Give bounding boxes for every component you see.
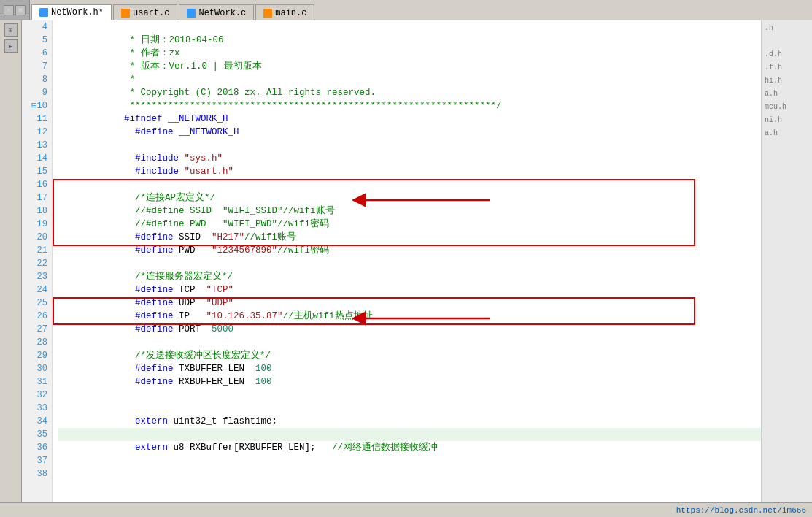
ln-4: 4 — [22, 20, 52, 34]
ln-9: 9 — [22, 86, 52, 99]
code-line-38: u8 checkESP8266(void); — [58, 467, 812, 480]
ln-12: 12 — [22, 126, 52, 139]
ln-38: 38 — [22, 467, 52, 480]
code-line-24: #define UDP "UDP" — [58, 283, 812, 296]
ln-37: 37 — [22, 454, 52, 467]
tab-usart-c[interactable]: usart.c — [113, 4, 177, 20]
close-btn[interactable]: ✕ — [4, 5, 14, 15]
code-line-12 — [58, 126, 812, 139]
ln-33: 33 — [22, 402, 52, 415]
code-line-37 — [58, 454, 812, 467]
ln-21: 21 — [22, 244, 52, 257]
side-label-dh: .d.h — [765, 48, 809, 61]
side-label-fh — [765, 35, 809, 48]
code-line-16: /*连接AP宏定义*/ — [58, 178, 812, 191]
ln-7: 7 — [22, 60, 52, 73]
ln-13: 13 — [22, 139, 52, 152]
sidebar-icon-1[interactable]: ⊞ — [4, 23, 18, 37]
tab-icon-main-c — [263, 9, 272, 18]
footer: https://blog.csdn.net/im666 — [0, 502, 812, 517]
tab-network-c[interactable]: NetWork.c — [179, 4, 254, 20]
ln-19: 19 — [22, 218, 52, 231]
side-label-a: a.h — [765, 88, 809, 101]
code-line-22: /*连接服务器宏定义*/ — [58, 257, 812, 270]
ln-26: 26 — [22, 310, 52, 323]
ln-34: 34 — [22, 415, 52, 428]
tab-bar: ✕ ▣ NetWork.h* usart.c NetWork.c main.c — [0, 0, 812, 20]
footer-link[interactable]: https://blog.csdn.net/im666 — [676, 506, 806, 515]
tab-network-h[interactable]: NetWork.h* — [31, 4, 112, 20]
code-line-10: #ifndef __NETWORK_H — [58, 99, 812, 112]
tab-label-network-h: NetWork.h* — [51, 7, 104, 18]
ln-14: 14 — [22, 152, 52, 165]
code-line-8: * Copyright (C) 2018 zx. All rights rese… — [58, 73, 812, 86]
code-line-15 — [58, 165, 812, 178]
tab-icon-network-c — [187, 9, 196, 18]
ln-25: 25 — [22, 296, 52, 310]
sidebar-icon-2[interactable]: ▶ — [4, 39, 18, 53]
tab-controls: ✕ ▣ — [0, 0, 30, 20]
tab-list: NetWork.h* usart.c NetWork.c main.c — [30, 0, 316, 20]
code-line-32 — [58, 388, 812, 402]
code-line-29: #define TXBUFFER_LEN 100 — [58, 349, 812, 362]
code-line-35: extern u8 RXBuffer[RXBUFFER_LEN]; //网络通信… — [58, 428, 812, 441]
tab-icon-usart-c — [121, 9, 130, 18]
ln-22: 22 — [22, 257, 52, 270]
ln-15: 15 — [22, 165, 52, 178]
code-line-13: #include "sys.h" — [58, 139, 812, 152]
ln-18: 18 — [22, 204, 52, 218]
code-area: 4 5 6 7 8 9 ⊟10 11 12 13 14 15 16 17 18 … — [22, 20, 812, 502]
code-line-18: //#define PWD "WIFI_PWD"//wifi密码 — [58, 204, 812, 218]
side-label-h: .h — [765, 22, 809, 35]
code-line-21 — [58, 244, 812, 257]
main-content: ⊞ ▶ 4 5 6 7 8 9 ⊟10 11 12 13 14 15 16 17 — [0, 20, 812, 502]
ln-24: 24 — [22, 283, 52, 296]
collapse-btn[interactable]: ▣ — [15, 5, 26, 15]
tab-label-main-c: main.c — [275, 8, 306, 18]
code-line-27 — [58, 323, 812, 336]
line-numbers: 4 5 6 7 8 9 ⊟10 11 12 13 14 15 16 17 18 … — [22, 20, 53, 502]
code-content[interactable]: * 日期：2018-04-06 * 作者：zx * 版本：Ver.1.0 | 最… — [53, 20, 812, 480]
ln-28: 28 — [22, 336, 52, 349]
code-line-33: extern uint32_t flashtime; — [58, 402, 812, 415]
side-label-fh2: .f.h — [765, 61, 809, 74]
ln-35: 35 — [22, 428, 52, 441]
ln-20: 20 — [22, 231, 52, 244]
code-line-36 — [58, 441, 812, 454]
code-line-34: extern u8 TXBuffer[TXBUFFER_LEN]; //网络通信… — [58, 415, 812, 428]
code-line-11: #define __NETWORK_H — [58, 112, 812, 126]
code-line-5: * 作者：zx — [58, 34, 812, 47]
ln-32: 32 — [22, 388, 52, 402]
code-line-17: //#define SSID "WIFI_SSID"//wifi账号 — [58, 191, 812, 204]
ln-30: 30 — [22, 362, 52, 375]
side-label-ni: ni.h — [765, 114, 809, 127]
side-label-ah: a.h — [765, 127, 809, 140]
ln-10: ⊟10 — [22, 99, 52, 112]
ln-6: 6 — [22, 47, 52, 60]
ln-8: 8 — [22, 73, 52, 86]
ln-16: 16 — [22, 178, 52, 191]
sidebar-icons: ⊞ ▶ — [0, 23, 21, 53]
code-line-30: #define RXBUFFER_LEN 100 — [58, 362, 812, 375]
ln-29: 29 — [22, 349, 52, 362]
code-line-7: * — [58, 60, 812, 73]
side-label-mcu: mcu.h — [765, 101, 809, 114]
code-line-31 — [58, 375, 812, 388]
code-line-14: #include "usart.h" — [58, 152, 812, 165]
ln-31: 31 — [22, 375, 52, 388]
ln-23: 23 — [22, 270, 52, 283]
ln-5: 5 — [22, 34, 52, 47]
code-line-9: ****************************************… — [58, 86, 812, 99]
editor-container: ✕ ▣ NetWork.h* usart.c NetWork.c main.c — [0, 0, 812, 517]
code-line-23: #define TCP "TCP" — [58, 270, 812, 283]
code-line-6: * 版本：Ver.1.0 | 最初版本 — [58, 47, 812, 60]
ln-17: 17 — [22, 191, 52, 204]
tab-main-c[interactable]: main.c — [255, 4, 314, 20]
side-label-hi: hi.h — [765, 74, 809, 88]
ln-27: 27 — [22, 323, 52, 336]
tab-label-network-c: NetWork.c — [198, 8, 246, 18]
tab-icon-network-h — [39, 8, 48, 17]
ln-36: 36 — [22, 441, 52, 454]
code-line-28: /*发送接收缓冲区长度宏定义*/ — [58, 336, 812, 349]
code-line-26: #define PORT 5000 — [58, 310, 812, 323]
